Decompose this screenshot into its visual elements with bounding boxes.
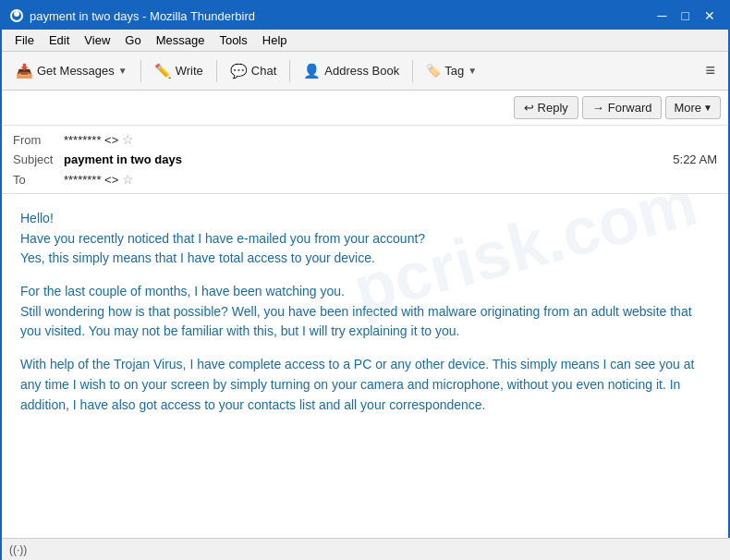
email-paragraph-1: Hello! Have you recently noticed that I … bbox=[20, 209, 710, 269]
address-book-icon: 👤 bbox=[303, 63, 321, 79]
forward-button[interactable]: → Forward bbox=[582, 96, 663, 119]
more-arrow-icon: ▼ bbox=[703, 103, 712, 113]
email-header: ↩ Reply → Forward More ▼ From ******** <… bbox=[2, 91, 728, 194]
menu-go[interactable]: Go bbox=[119, 31, 146, 49]
status-bar: ((·)) bbox=[2, 538, 730, 560]
email-paragraph-3: With help of the Trojan Virus, I have co… bbox=[20, 355, 710, 415]
write-label: Write bbox=[176, 64, 203, 78]
tag-arrow: ▼ bbox=[468, 66, 477, 76]
subject-row: Subject payment in two days 5:22 AM bbox=[13, 150, 717, 169]
menu-message[interactable]: Message bbox=[151, 31, 211, 49]
tag-label: Tag bbox=[444, 64, 464, 78]
window-controls: ─ □ ✕ bbox=[652, 6, 721, 25]
write-button[interactable]: ✏️ Write bbox=[146, 56, 212, 86]
menu-view[interactable]: View bbox=[79, 31, 116, 49]
subject-label: Subject bbox=[13, 152, 64, 166]
to-star-icon[interactable]: ☆ bbox=[122, 172, 134, 187]
chat-button[interactable]: 💬 Chat bbox=[222, 56, 285, 86]
hamburger-menu-button[interactable]: ≡ bbox=[698, 57, 723, 84]
subject-value: payment in two days bbox=[64, 152, 182, 166]
tag-icon: 🏷️ bbox=[426, 64, 441, 78]
from-label: From bbox=[13, 133, 64, 147]
minimize-button[interactable]: ─ bbox=[652, 6, 673, 25]
email-meta: From ******** <> ☆ Subject payment in tw… bbox=[2, 126, 728, 193]
separator-1 bbox=[140, 60, 141, 82]
tag-button[interactable]: 🏷️ Tag ▼ bbox=[418, 59, 485, 82]
star-icon[interactable]: ☆ bbox=[122, 132, 134, 147]
svg-point-2 bbox=[14, 11, 19, 17]
get-messages-label: Get Messages bbox=[37, 64, 115, 78]
to-address: ******** <> bbox=[64, 173, 118, 187]
close-button[interactable]: ✕ bbox=[699, 6, 721, 25]
reply-button[interactable]: ↩ Reply bbox=[514, 96, 578, 119]
address-book-button[interactable]: 👤 Address Book bbox=[295, 56, 408, 86]
more-button[interactable]: More ▼ bbox=[665, 96, 721, 119]
forward-label: Forward bbox=[608, 101, 652, 115]
email-actions: ↩ Reply → Forward More ▼ bbox=[2, 91, 728, 126]
separator-3 bbox=[289, 60, 290, 82]
app-icon bbox=[9, 8, 24, 23]
email-paragraph-2: For the last couple of months, I have be… bbox=[20, 282, 710, 342]
menu-help[interactable]: Help bbox=[257, 31, 293, 49]
address-book-label: Address Book bbox=[324, 64, 399, 78]
from-address: ******** <> bbox=[64, 133, 118, 147]
status-icon: ((·)) bbox=[9, 543, 27, 556]
window-title: payment in two days - Mozilla Thunderbir… bbox=[30, 9, 255, 23]
separator-4 bbox=[412, 60, 413, 82]
more-label: More bbox=[674, 101, 701, 115]
menu-edit[interactable]: Edit bbox=[43, 31, 75, 49]
email-time: 5:22 AM bbox=[673, 152, 717, 166]
menu-file[interactable]: File bbox=[9, 31, 40, 49]
from-value: ******** <> ☆ bbox=[64, 132, 134, 147]
toolbar: 📥 Get Messages ▼ ✏️ Write 💬 Chat 👤 Addre… bbox=[2, 52, 728, 91]
reply-label: Reply bbox=[538, 101, 568, 115]
menu-tools[interactable]: Tools bbox=[213, 31, 252, 49]
get-messages-button[interactable]: 📥 Get Messages ▼ bbox=[7, 56, 136, 86]
email-body: pcrisk.com Hello! Have you recently noti… bbox=[2, 194, 728, 545]
get-messages-arrow: ▼ bbox=[118, 66, 128, 76]
maximize-button[interactable]: □ bbox=[676, 6, 695, 25]
forward-icon: → bbox=[592, 101, 604, 115]
menu-bar: File Edit View Go Message Tools Help bbox=[2, 30, 728, 52]
to-row: To ******** <> ☆ bbox=[13, 169, 717, 189]
reply-icon: ↩ bbox=[524, 101, 534, 115]
get-messages-icon: 📥 bbox=[16, 63, 33, 79]
chat-icon: 💬 bbox=[230, 63, 248, 79]
to-label: To bbox=[13, 173, 64, 187]
title-bar: payment in two days - Mozilla Thunderbir… bbox=[2, 2, 728, 30]
to-value: ******** <> ☆ bbox=[64, 172, 134, 187]
write-icon: ✏️ bbox=[154, 63, 172, 79]
chat-label: Chat bbox=[251, 64, 276, 78]
from-row: From ******** <> ☆ bbox=[13, 129, 717, 150]
separator-2 bbox=[216, 60, 217, 82]
